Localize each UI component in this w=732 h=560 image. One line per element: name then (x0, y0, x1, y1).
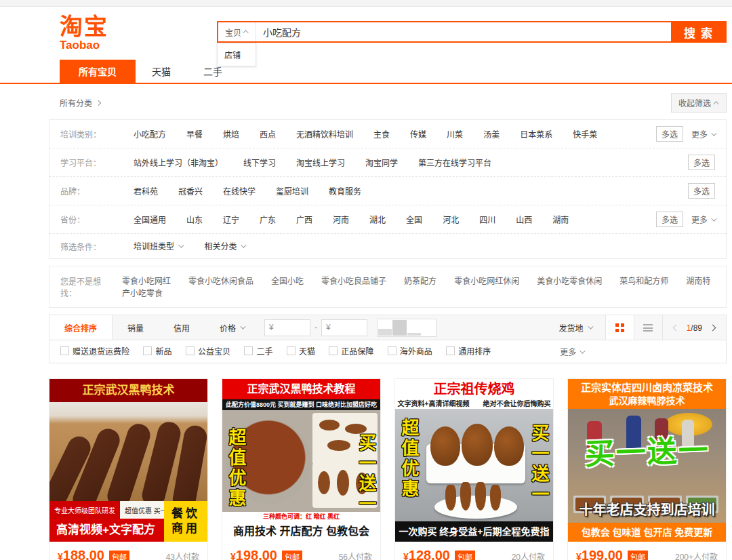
product-image[interactable]: 正宗实体店四川卤肉凉菜技术 武汉麻辣鸭脖技术 买一送一 十年老店支持到店培训 包 (568, 379, 726, 542)
free-shipping-badge: 包邮 (282, 551, 302, 560)
filter-option[interactable]: 川菜 (447, 127, 463, 141)
quick-filter-checkbox[interactable]: 二手 (244, 345, 272, 357)
free-shipping-badge: 包邮 (455, 551, 475, 560)
filter-option[interactable]: 在线快学 (223, 184, 256, 198)
filter-option[interactable]: 线下学习 (243, 155, 276, 169)
filter-option[interactable]: 西点 (260, 127, 276, 141)
product-image[interactable]: 正宗祖传烧鸡 文字资料+高清详细视频 绝对不会让你后悔购买 超值优惠 买一送一 … (395, 379, 553, 542)
breadcrumb[interactable]: 所有分类 (60, 97, 100, 108)
quick-filter-checkbox[interactable]: 天猫 (287, 345, 315, 357)
quick-filter-checkbox[interactable]: 正品保障 (329, 345, 373, 357)
filter-option[interactable]: 无酒精饮料培训 (296, 127, 353, 141)
suggestion-link[interactable]: 奶茶配方 (404, 277, 436, 286)
filter-option[interactable]: 淘宝同学 (365, 155, 398, 169)
suggestion-link[interactable]: 零食小吃良品铺子 (321, 277, 386, 286)
filter-option[interactable]: 主食 (373, 127, 390, 141)
quick-filter-checkbox[interactable]: 海外商品 (388, 345, 432, 357)
sort-credit[interactable]: 信用 (159, 315, 205, 340)
quick-filter-checkbox[interactable]: 通用排序 (446, 345, 491, 357)
filter-option[interactable]: 河南 (333, 212, 349, 226)
filter-option[interactable]: 站外线上学习（非淘宝） (134, 155, 223, 169)
result-tabs: 所有宝贝 天猫 二手 (0, 60, 732, 84)
search-input[interactable] (256, 22, 671, 41)
sort-price[interactable]: 价格 (205, 315, 259, 340)
suggestion-link[interactable]: 全国小吃 (271, 277, 304, 286)
multi-select-button[interactable]: 多选 (656, 212, 683, 227)
suggestion-link[interactable]: 零食小吃网红 (122, 277, 171, 286)
search-category-selector[interactable]: 宝贝 (218, 22, 256, 41)
suggestion-link[interactable]: 零食小吃休闲食品 (188, 277, 253, 286)
filter-option[interactable]: 快手菜 (573, 127, 597, 141)
price-min-input[interactable] (277, 323, 306, 332)
filter-option[interactable]: 日本菜系 (520, 127, 552, 141)
multi-select-button[interactable]: 多选 (688, 183, 715, 199)
filter-option[interactable]: 全国通用 (134, 212, 166, 226)
filter-option[interactable]: 烘焙 (223, 127, 239, 141)
next-page-icon[interactable] (710, 324, 716, 331)
product-card[interactable]: 正宗祖传烧鸡 文字资料+高清详细视频 绝对不会让你后悔购买 超值优惠 买一送一 … (394, 378, 554, 560)
price-max-field[interactable]: ¥ (321, 319, 367, 336)
product-card[interactable]: 正宗武汉黑鸭技术 专业大师级团队研发 超值优惠 买一送一 餐饮 商用 高清视频+… (49, 378, 208, 560)
price-max-input[interactable] (333, 323, 363, 332)
filter-option[interactable]: 早餐 (186, 127, 203, 141)
product-card[interactable]: 正宗实体店四川卤肉凉菜技术 武汉麻辣鸭脖技术 买一送一 十年老店支持到店培训 包 (567, 378, 727, 560)
product-image[interactable]: 正宗武汉黑鸭技术教程 此配方价值8800元 买到就是赚到 口味绝对比加盟店好吃 (222, 379, 380, 542)
product-card[interactable]: 正宗武汉黑鸭技术教程 此配方价值8800元 买到就是赚到 口味绝对比加盟店好吃 (222, 378, 381, 560)
filter-option[interactable]: 广东 (260, 212, 276, 226)
filter-option[interactable]: 教育服务 (329, 184, 361, 198)
product-price: ¥199.00 (576, 548, 623, 560)
list-view-button[interactable] (634, 315, 662, 340)
checkbox-icon (143, 346, 152, 355)
filter-option[interactable]: 辽宁 (223, 212, 239, 226)
ship-from-dropdown[interactable]: 发货地 (546, 315, 605, 340)
filter-dropdown-related-category[interactable]: 相关分类 (204, 240, 245, 252)
filter-option[interactable]: 君科苑 (134, 184, 158, 198)
price-min-field[interactable]: ¥ (264, 319, 310, 336)
suggestion-link[interactable]: 美食小吃零食休闲 (537, 277, 602, 286)
filter-option[interactable]: 冠香兴 (178, 184, 203, 198)
filter-option[interactable]: 汤羹 (483, 127, 500, 141)
filter-option[interactable]: 山西 (516, 212, 532, 226)
filter-option[interactable]: 淘宝线上学习 (296, 155, 345, 169)
filter-option[interactable]: 四川 (479, 212, 495, 226)
product-image[interactable]: 正宗武汉黑鸭技术 专业大师级团队研发 超值优惠 买一送一 餐饮 商用 高清视频+… (49, 379, 207, 542)
paid-count: 200+人付款 (675, 551, 718, 560)
chevron-down-icon (588, 323, 593, 329)
filter-option[interactable]: 河北 (443, 212, 459, 226)
quick-filter-checkbox[interactable]: 新品 (143, 345, 171, 357)
filter-option[interactable]: 山东 (186, 212, 203, 226)
taobao-logo[interactable]: 淘宝 Taobao (60, 15, 108, 51)
filter-option[interactable]: 玺厨培训 (276, 184, 308, 198)
filter-option[interactable]: 湖南 (552, 212, 569, 226)
filter-option[interactable]: 小吃配方 (134, 127, 166, 141)
tab-all-items[interactable]: 所有宝贝 (60, 60, 136, 83)
filter-row-brand: 品牌： 君科苑冠香兴在线快学玺厨培训教育服务 多选 (49, 177, 726, 205)
tab-tmall[interactable]: 天猫 (136, 60, 187, 83)
filter-option[interactable]: 广西 (296, 212, 312, 226)
sort-sales[interactable]: 销量 (113, 315, 159, 340)
multi-select-button[interactable]: 多选 (656, 126, 683, 142)
grid-view-button[interactable] (605, 315, 634, 340)
quick-filter-more-button[interactable]: 更多 (560, 346, 584, 357)
filter-option[interactable]: 传媒 (410, 127, 426, 141)
price-histogram[interactable] (377, 319, 436, 337)
image-banner-bottom: 一次购买 终身受益+后期全程免费指导 (395, 521, 553, 542)
image-left-vertical-text: 超值优惠 (396, 418, 422, 500)
multi-select-button[interactable]: 多选 (688, 155, 715, 170)
collapse-filters-button[interactable]: 收起筛选 (671, 93, 727, 113)
suggestion-link[interactable]: 零食小吃网红休闲 (454, 277, 519, 286)
quick-filter-checkbox[interactable]: 公益宝贝 (186, 345, 230, 357)
quick-filter-checkbox[interactable]: 赠送退货运费险 (60, 345, 129, 357)
chevron-down-icon (178, 242, 184, 247)
search-category-menu-item[interactable]: 店铺 (218, 43, 256, 66)
prev-page-icon[interactable] (672, 324, 679, 331)
filter-option[interactable]: 湖北 (369, 212, 386, 226)
filter-option[interactable]: 全国 (406, 212, 422, 226)
more-button[interactable]: 更多 (691, 128, 715, 140)
filter-dropdown-class-type[interactable]: 培训班类型 (134, 240, 182, 252)
suggestion-link[interactable]: 菜鸟和配方师 (619, 277, 668, 286)
more-button[interactable]: 更多 (691, 214, 715, 225)
sort-composite[interactable]: 综合排序 (49, 315, 113, 340)
filter-option[interactable]: 第三方在线学习平台 (418, 155, 491, 169)
search-button[interactable]: 搜索 (671, 22, 725, 41)
